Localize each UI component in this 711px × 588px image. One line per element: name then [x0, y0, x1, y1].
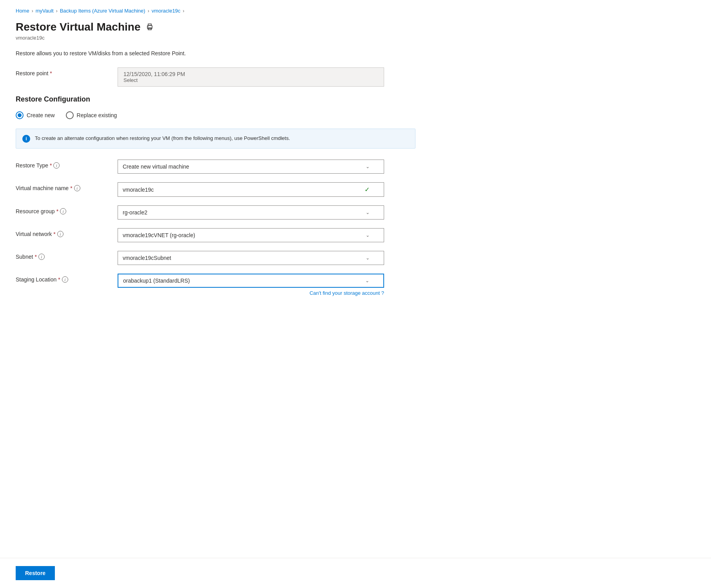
virtual-network-dropdown-wrapper: vmoracle19cVNET (rg-oracle) ⌄ [118, 228, 384, 242]
vm-name-check-icon: ✓ [365, 186, 370, 193]
resource-group-info-icon[interactable]: i [60, 208, 66, 214]
restore-type-required: * [50, 162, 52, 169]
staging-location-dropdown[interactable]: orabackup1 (StandardLRS) ⌄ [118, 274, 384, 288]
subnet-chevron-icon: ⌄ [366, 255, 370, 261]
breadcrumb-home[interactable]: Home [16, 8, 29, 14]
restore-point-row: Restore point * 12/15/2020, 11:06:29 PM … [16, 67, 415, 87]
subnet-required: * [34, 254, 36, 260]
info-banner: i To create an alternate configuration w… [16, 129, 415, 149]
restore-point-date: 12/15/2020, 11:06:29 PM [123, 71, 378, 77]
resource-group-control: rg-oracle2 ⌄ [118, 205, 384, 220]
svg-rect-1 [148, 24, 151, 25]
vm-name-label: Virtual machine name * i [16, 182, 118, 191]
vm-name-control: vmoracle19c ✓ [118, 182, 384, 197]
subnet-control: vmoracle19cSubnet ⌄ [118, 251, 384, 265]
virtual-network-info-icon[interactable]: i [57, 231, 63, 237]
restore-type-control: Create new virtual machine ⌄ [118, 160, 384, 174]
staging-location-row: Staging Location * i orabackup1 (Standar… [16, 274, 415, 296]
breadcrumb-vault[interactable]: myVault [36, 8, 54, 14]
resource-group-label: Resource group * i [16, 205, 118, 214]
footer: Restore [0, 558, 711, 588]
resource-group-dropdown[interactable]: rg-oracle2 ⌄ [118, 205, 384, 220]
resource-group-chevron-icon: ⌄ [366, 210, 370, 215]
resource-group-row: Resource group * i rg-oracle2 ⌄ [16, 205, 415, 220]
breadcrumb-sep-1: › [32, 8, 33, 14]
virtual-network-control: vmoracle19cVNET (rg-oracle) ⌄ [118, 228, 384, 242]
subnet-row: Subnet * i vmoracle19cSubnet ⌄ [16, 251, 415, 265]
breadcrumb-sep-3: › [148, 8, 149, 14]
subnet-info-icon[interactable]: i [38, 254, 45, 260]
staging-location-chevron-icon: ⌄ [365, 278, 369, 283]
staging-location-label: Staging Location * i [16, 274, 118, 283]
radio-replace-existing-circle [66, 111, 74, 119]
restore-point-control: 12/15/2020, 11:06:29 PM Select [118, 67, 384, 87]
print-icon[interactable] [146, 23, 154, 31]
resource-group-required: * [56, 208, 58, 214]
breadcrumb-sep-4: › [183, 8, 184, 14]
restore-type-row: Restore Type * i Create new virtual mach… [16, 160, 415, 174]
restore-point-box[interactable]: 12/15/2020, 11:06:29 PM Select [118, 67, 384, 87]
info-banner-text: To create an alternate configuration whe… [35, 134, 290, 142]
page-description: Restore allows you to restore VM/disks f… [16, 50, 415, 56]
staging-location-required: * [58, 276, 60, 283]
restore-config-title: Restore Configuration [16, 95, 415, 103]
restore-type-dropdown-wrapper: Create new virtual machine ⌄ [118, 160, 384, 174]
restore-point-select-link[interactable]: Select [123, 77, 378, 83]
page-title: Restore Virtual Machine [16, 21, 140, 33]
breadcrumb-backup-items[interactable]: Backup Items (Azure Virtual Machine) [60, 8, 145, 14]
restore-point-label: Restore point * [16, 67, 118, 76]
staging-location-dropdown-wrapper: orabackup1 (StandardLRS) ⌄ [118, 274, 384, 288]
radio-replace-existing-label: Replace existing [77, 112, 117, 118]
virtual-network-chevron-icon: ⌄ [366, 232, 370, 238]
breadcrumb: Home › myVault › Backup Items (Azure Vir… [16, 8, 415, 14]
vm-name-row: Virtual machine name * i vmoracle19c ✓ [16, 182, 415, 197]
vm-name-required: * [70, 185, 72, 191]
radio-replace-existing[interactable]: Replace existing [66, 111, 117, 119]
radio-create-new[interactable]: Create new [16, 111, 55, 119]
restore-type-label: Restore Type * i [16, 160, 118, 169]
info-banner-icon: i [22, 135, 30, 143]
restore-button[interactable]: Restore [16, 566, 55, 580]
radio-create-new-label: Create new [27, 112, 55, 118]
breadcrumb-vm[interactable]: vmoracle19c [152, 8, 181, 14]
staging-location-info-icon[interactable]: i [62, 276, 68, 283]
restore-type-dropdown[interactable]: Create new virtual machine ⌄ [118, 160, 384, 174]
restore-type-chevron-icon: ⌄ [366, 164, 370, 169]
vm-name-info-icon[interactable]: i [74, 185, 80, 191]
subnet-dropdown-wrapper: vmoracle19cSubnet ⌄ [118, 251, 384, 265]
virtual-network-label: Virtual network * i [16, 228, 118, 237]
radio-create-new-circle [16, 111, 24, 119]
virtual-network-required: * [53, 231, 55, 237]
breadcrumb-sep-2: › [56, 8, 58, 14]
restore-point-required: * [50, 70, 52, 76]
svg-point-3 [148, 26, 149, 27]
subnet-label: Subnet * i [16, 251, 118, 260]
page-subtitle: vmoracle19c [16, 35, 415, 41]
vm-name-input-display[interactable]: vmoracle19c ✓ [118, 182, 384, 197]
staging-location-control: orabackup1 (StandardLRS) ⌄ Can't find yo… [118, 274, 384, 296]
resource-group-dropdown-wrapper: rg-oracle2 ⌄ [118, 205, 384, 220]
subnet-dropdown[interactable]: vmoracle19cSubnet ⌄ [118, 251, 384, 265]
virtual-network-dropdown[interactable]: vmoracle19cVNET (rg-oracle) ⌄ [118, 228, 384, 242]
restore-type-info-icon[interactable]: i [53, 162, 60, 169]
virtual-network-row: Virtual network * i vmoracle19cVNET (rg-… [16, 228, 415, 242]
cant-find-storage-link[interactable]: Can't find your storage account ? [118, 290, 384, 296]
restore-type-radio-group: Create new Replace existing [16, 111, 415, 119]
